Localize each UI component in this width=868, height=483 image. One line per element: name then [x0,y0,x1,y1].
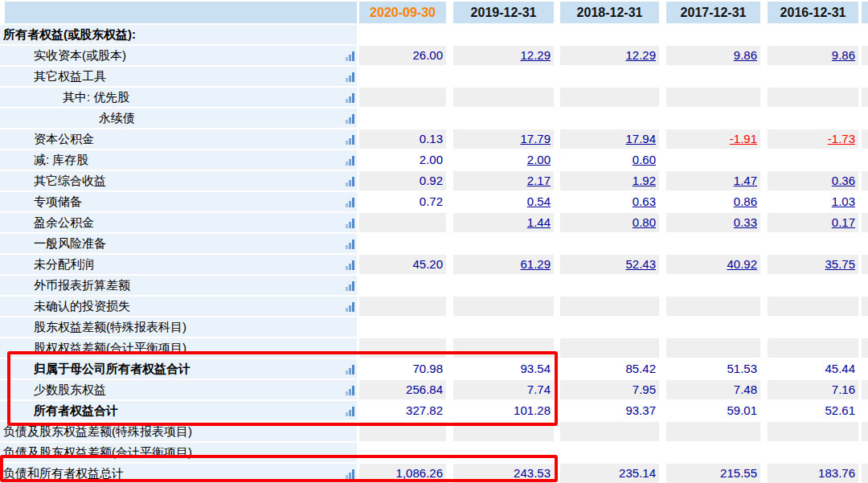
bar-chart-icon[interactable] [345,364,354,375]
bar-chart-icon[interactable] [345,469,354,479]
value-cell: 1.47 [666,171,760,190]
clipped-column-cell [862,192,868,211]
bar-chart-icon[interactable] [345,51,354,61]
value-link[interactable]: 1.92 [633,174,656,187]
row-label-cell: 永续债 [0,108,357,128]
value-link[interactable]: 12.29 [625,48,656,62]
table-row: 永续债 [0,108,868,128]
value-link[interactable]: 0.17 [832,215,855,229]
value-link[interactable]: 1.47 [734,174,757,187]
bar-chart-icon[interactable] [345,280,354,291]
bar-chart-icon[interactable] [345,176,354,186]
value-link[interactable]: 0.63 [633,194,656,208]
row-label-cell: 负债及股东权益差额(合计平衡项目) [0,443,357,462]
value-link[interactable]: -1.91 [730,132,757,145]
value-cell [359,422,446,441]
value-cell: 61.29 [453,255,554,274]
table-row: 外币报表折算差额 [0,276,868,295]
value-text: 0.72 [420,194,443,208]
bar-chart-icon[interactable] [345,406,354,416]
value-text: 45.44 [825,362,855,375]
row-label-cell: 盈余公积金 [0,213,357,232]
table-row: 专项储备0.720.540.630.861.03 [0,192,868,211]
row-label-cell: 专项储备 [0,192,357,211]
value-link[interactable]: 17.79 [520,132,551,145]
bar-chart-icon[interactable] [345,218,354,228]
clipped-column-cell [862,67,868,86]
value-link[interactable]: 0.54 [527,194,551,208]
value-cell: 0.72 [359,192,446,211]
bar-chart-icon[interactable] [345,134,354,145]
clipped-column-header [862,2,868,23]
value-cell [666,317,760,337]
value-cell [768,297,858,316]
value-cell: 45.44 [768,359,858,379]
value-link[interactable]: 35.75 [825,257,855,271]
value-link[interactable]: 40.92 [727,257,757,271]
value-cell [768,88,858,107]
value-cell [560,317,659,337]
value-cell: 12.29 [453,46,554,65]
value-text: 93.37 [625,403,656,417]
value-text: 7.16 [832,383,855,396]
row-label-cell: 一般风险准备 [0,234,357,253]
clipped-column-cell [862,25,868,44]
value-cell [359,338,446,358]
value-cell: 7.74 [453,380,554,399]
value-link[interactable]: 9.86 [832,48,855,62]
row-label: 专项储备 [34,192,82,211]
bar-chart-icon[interactable] [345,385,354,395]
clipped-column-cell [862,422,868,441]
value-cell: 9.86 [768,46,858,65]
value-text: 59.01 [727,403,757,417]
value-cell: 101.28 [453,401,554,420]
bar-chart-icon[interactable] [345,92,354,103]
bar-chart-icon[interactable] [345,113,354,124]
value-cell [453,67,554,86]
bar-chart-icon[interactable] [345,260,354,270]
value-link[interactable]: 2.17 [527,174,551,187]
row-label: 负债及股东权益差额(特殊报表项目) [3,422,192,441]
value-cell: -1.73 [768,129,858,149]
value-link[interactable]: 12.29 [520,48,551,62]
value-link[interactable]: 61.29 [520,257,551,271]
value-cell [560,234,659,253]
value-cell: 183.76 [768,464,858,483]
value-cell [560,108,659,128]
table-row: 负债和所有者权益总计1,086.26243.53235.14215.55183.… [0,464,868,483]
value-text: 1,086.26 [396,466,443,480]
value-link[interactable]: 0.86 [734,194,757,208]
bar-chart-icon[interactable] [345,155,354,166]
bar-chart-icon[interactable] [345,72,354,82]
value-text: 26.00 [412,48,443,62]
value-link[interactable]: 0.33 [734,215,757,229]
value-link[interactable]: 0.60 [633,153,656,166]
value-text: 7.95 [633,383,656,396]
value-link[interactable]: 1.03 [832,194,855,208]
value-cell [560,88,659,107]
value-cell: 0.36 [768,171,858,190]
column-header-period-5: 2016-12-31 [768,2,858,23]
value-link[interactable]: 0.36 [832,174,855,187]
bar-chart-icon[interactable] [345,197,354,207]
table-row: 一般风险准备 [0,234,868,253]
row-label-cell: 外币报表折算差额 [0,276,357,295]
bar-chart-icon[interactable] [345,239,354,249]
value-link[interactable]: 52.43 [625,257,656,271]
value-cell: 7.48 [666,380,760,399]
value-cell: -1.91 [666,129,760,149]
value-cell: 0.86 [666,192,760,211]
clipped-column-cell [862,129,868,149]
value-link[interactable]: 2.00 [527,153,551,166]
table-row: 所有者权益(或股东权益): [0,25,868,44]
value-link[interactable]: -1.73 [828,132,855,145]
clipped-column-cell [862,464,868,483]
column-header-period-2: 2019-12-31 [453,2,554,23]
value-link[interactable]: 1.44 [527,215,551,229]
value-link[interactable]: 17.94 [625,132,656,145]
bar-chart-icon[interactable] [345,301,354,312]
value-cell [666,25,760,44]
value-cell: 327.82 [359,401,446,420]
value-link[interactable]: 9.86 [734,48,757,62]
value-link[interactable]: 0.80 [633,215,656,229]
